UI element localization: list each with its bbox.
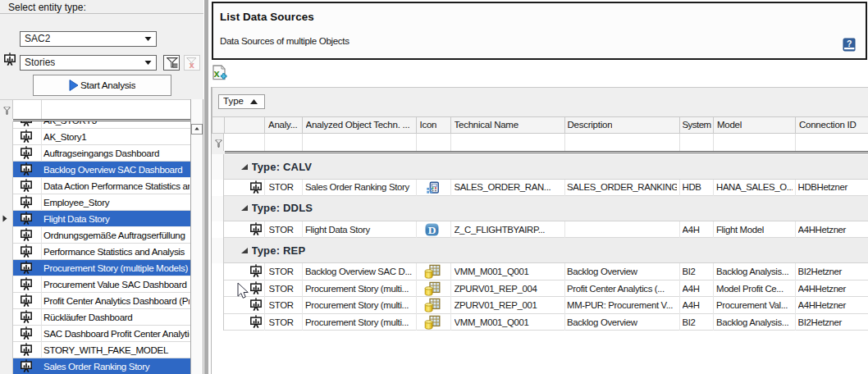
svg-text:D: D <box>427 224 436 236</box>
svg-text:x: x <box>214 67 221 80</box>
svg-text:x: x <box>190 60 195 68</box>
svg-text:?: ? <box>847 39 852 48</box>
